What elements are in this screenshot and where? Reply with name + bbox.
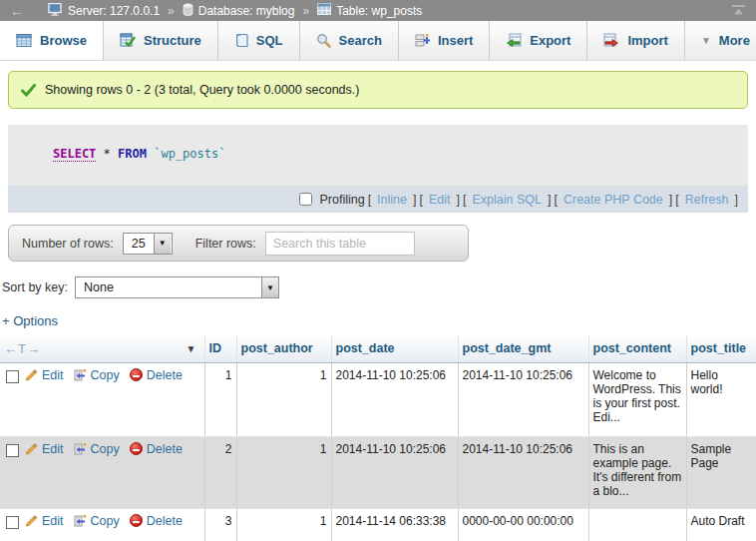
- cell-post-title: Sample Page: [686, 436, 756, 508]
- table-row: EditCopyDelete 3 1 2014-11-14 06:33:38 0…: [0, 508, 756, 541]
- cell-post-author: 1: [236, 362, 331, 436]
- profiling-checkbox[interactable]: [299, 193, 312, 206]
- database-icon: [183, 3, 193, 19]
- cell-post-date: 2014-11-10 10:25:06: [331, 436, 458, 508]
- row-actions-cell: EditCopyDelete: [0, 362, 204, 436]
- column-header-post-title[interactable]: post_title: [686, 335, 756, 362]
- cell-post-title: Hello world!: [686, 362, 756, 436]
- sql-star: *: [96, 147, 118, 161]
- delete-icon: [130, 368, 143, 381]
- inline-link[interactable]: Inline: [377, 193, 407, 207]
- delete-action[interactable]: Delete: [130, 514, 183, 528]
- row-checkbox[interactable]: [6, 444, 19, 457]
- delete-icon: [130, 514, 143, 527]
- profiling-label: Profiling: [319, 193, 364, 207]
- cell-post-date: 2014-11-10 10:25:06: [331, 362, 458, 436]
- number-of-rows-select[interactable]: 25 ▼: [123, 233, 173, 255]
- tab-search-label: Search: [339, 33, 382, 48]
- cell-post-author: 1: [236, 436, 331, 508]
- filter-rows-input[interactable]: [265, 232, 415, 256]
- pencil-icon: [25, 514, 38, 527]
- create-php-code-link[interactable]: Create PHP Code: [564, 193, 663, 207]
- tab-export[interactable]: Export: [490, 21, 587, 60]
- row-actions-cell: EditCopyDelete: [0, 508, 204, 541]
- back-arrow-icon[interactable]: ←: [10, 3, 24, 19]
- bracket: [: [368, 193, 371, 207]
- tab-insert[interactable]: Insert: [399, 21, 490, 60]
- delete-action[interactable]: Delete: [130, 442, 183, 456]
- column-header-id[interactable]: ID: [204, 335, 236, 362]
- sort-by-key-select[interactable]: None ▼: [75, 276, 279, 298]
- column-header-post-date[interactable]: post_date: [331, 335, 458, 362]
- column-header-post-author[interactable]: post_author: [236, 335, 331, 362]
- table-row: EditCopyDelete 1 1 2014-11-10 10:25:06 2…: [0, 362, 756, 436]
- breadcrumb-separator: »: [302, 4, 309, 18]
- insert-icon: [415, 33, 430, 48]
- edit-query-link[interactable]: Edit: [429, 193, 451, 207]
- cell-post-title: Auto Draft: [686, 508, 756, 541]
- success-check-icon: [21, 84, 36, 97]
- cell-post-date: 2014-11-14 06:33:38: [331, 508, 458, 541]
- sql-query-text: SELECT * FROM `wp_posts`: [8, 125, 748, 186]
- copy-action[interactable]: Copy: [74, 442, 120, 456]
- chevron-down-icon: ▼: [701, 35, 711, 46]
- tab-sql[interactable]: SQL: [218, 21, 300, 60]
- browse-icon: [16, 33, 32, 48]
- edit-action[interactable]: Edit: [25, 442, 64, 456]
- edit-link: Edit: [42, 514, 64, 528]
- tab-import[interactable]: Import: [587, 21, 684, 60]
- collapse-top-icon[interactable]: [731, 5, 746, 16]
- bracket: [: [463, 193, 466, 207]
- breadcrumb-server[interactable]: Server: 127.0.0.1: [48, 3, 160, 19]
- copy-action[interactable]: Copy: [74, 514, 120, 528]
- copy-action[interactable]: Copy: [74, 368, 120, 382]
- filter-rows-label: Filter rows:: [195, 237, 256, 251]
- explain-sql-link[interactable]: Explain SQL: [472, 193, 541, 207]
- sql-query-box: SELECT * FROM `wp_posts` Profiling [Inli…: [8, 125, 748, 213]
- tab-import-label: Import: [627, 33, 667, 48]
- row-checkbox[interactable]: [6, 370, 19, 383]
- column-visibility-icon[interactable]: ▼: [187, 343, 196, 354]
- column-header-post-content[interactable]: post_content: [588, 335, 686, 362]
- tab-export-label: Export: [530, 33, 570, 48]
- cell-post-content: Welcome to WordPress. This is your first…: [588, 362, 686, 436]
- tab-sql-label: SQL: [256, 33, 283, 48]
- cell-post-content: [588, 508, 686, 541]
- copy-link: Copy: [91, 442, 120, 456]
- cell-id: 3: [204, 508, 236, 541]
- cell-post-date-gmt: 2014-11-10 10:25:06: [458, 362, 588, 436]
- bracket: [: [419, 193, 422, 207]
- column-header-post-date-gmt[interactable]: post_date_gmt: [458, 335, 588, 362]
- table-row: EditCopyDelete 2 1 2014-11-10 10:25:06 2…: [0, 436, 756, 508]
- options-toggle-link[interactable]: + Options: [2, 313, 58, 328]
- cell-post-author: 1: [236, 508, 331, 541]
- cell-post-content: This is an example page. It's different …: [588, 436, 686, 508]
- copy-icon: [74, 442, 87, 455]
- delete-icon: [130, 442, 143, 455]
- structure-icon: [120, 33, 136, 48]
- tab-browse[interactable]: Browse: [0, 21, 104, 60]
- sql-from-keyword: FROM: [118, 147, 147, 161]
- row-checkbox[interactable]: [6, 516, 19, 529]
- tab-more[interactable]: ▼ More: [685, 21, 756, 60]
- pencil-icon: [25, 368, 38, 381]
- results-table: ←T→ ▼ ID post_author post_date post_date…: [0, 335, 756, 541]
- refresh-link[interactable]: Refresh: [685, 193, 729, 207]
- bracket: [: [554, 193, 557, 207]
- row-options-bar: Number of rows: 25 ▼ Filter rows:: [8, 225, 469, 262]
- breadcrumb-table[interactable]: Table: wp_posts: [317, 3, 422, 18]
- tab-structure[interactable]: Structure: [104, 21, 218, 60]
- breadcrumb-database[interactable]: Database: myblog: [183, 3, 295, 19]
- tab-more-label: More: [719, 33, 750, 48]
- export-icon: [506, 33, 522, 48]
- row-actions-cell: EditCopyDelete: [0, 436, 204, 508]
- column-move-arrows[interactable]: ←T→: [4, 341, 41, 356]
- edit-action[interactable]: Edit: [25, 368, 64, 382]
- edit-action[interactable]: Edit: [25, 514, 64, 528]
- delete-action[interactable]: Delete: [130, 368, 183, 382]
- delete-link: Delete: [147, 368, 183, 382]
- bracket: ]: [669, 193, 672, 207]
- number-of-rows-value: 25: [124, 234, 154, 254]
- bracket: ]: [413, 193, 416, 207]
- tab-search[interactable]: Search: [300, 21, 399, 60]
